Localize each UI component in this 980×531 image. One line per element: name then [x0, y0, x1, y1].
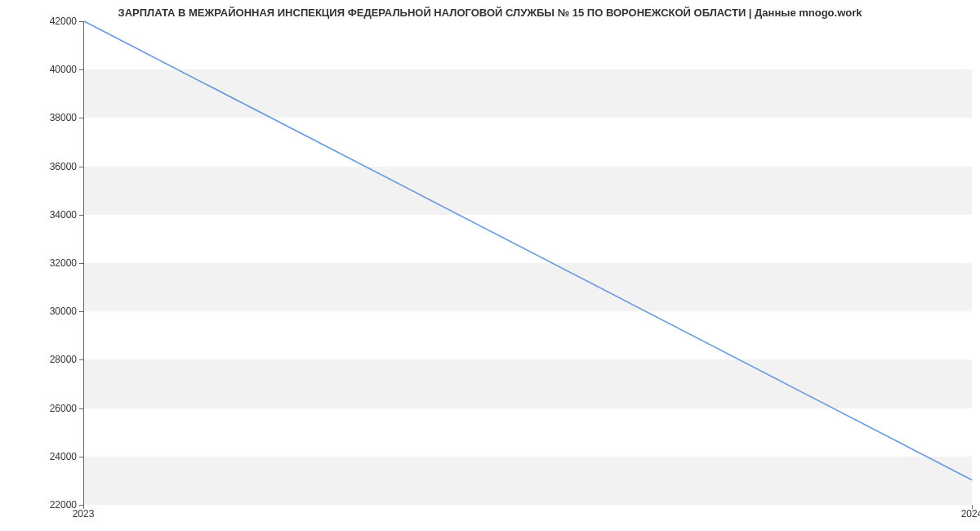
- y-tick-label: 30000: [50, 306, 77, 317]
- x-tick-label: 2024: [961, 508, 980, 520]
- y-tick-mark: [79, 118, 83, 118]
- y-tick-mark: [79, 263, 83, 264]
- y-tick-label: 26000: [50, 403, 77, 414]
- y-tick-label: 36000: [50, 161, 77, 172]
- y-tick-mark: [79, 21, 83, 22]
- y-tick-mark: [79, 408, 83, 409]
- y-tick-mark: [79, 457, 83, 457]
- y-tick-mark: [79, 359, 83, 360]
- y-tick-label: 24000: [50, 451, 77, 462]
- y-tick-label: 42000: [50, 16, 77, 27]
- y-tick-mark: [79, 167, 83, 167]
- chart-container: ЗАРПЛАТА В МЕЖРАЙОННАЯ ИНСПЕКЦИЯ ФЕДЕРАЛ…: [0, 0, 980, 531]
- y-tick-label: 32000: [50, 257, 77, 269]
- y-tick-mark: [79, 215, 83, 216]
- y-tick-label: 28000: [50, 354, 77, 365]
- x-tick-mark: [83, 505, 84, 509]
- y-tick-mark: [79, 311, 83, 312]
- y-tick-label: 34000: [50, 209, 77, 221]
- x-tick-label: 2023: [73, 508, 95, 520]
- x-tick-mark: [972, 505, 973, 509]
- chart-title: ЗАРПЛАТА В МЕЖРАЙОННАЯ ИНСПЕКЦИЯ ФЕДЕРАЛ…: [0, 7, 980, 19]
- line-series: [84, 21, 972, 480]
- y-tick-label: 40000: [50, 64, 77, 75]
- y-tick-label: 38000: [50, 112, 77, 123]
- y-tick-mark: [79, 69, 83, 70]
- chart-svg: [84, 21, 972, 504]
- plot-area: [83, 21, 972, 505]
